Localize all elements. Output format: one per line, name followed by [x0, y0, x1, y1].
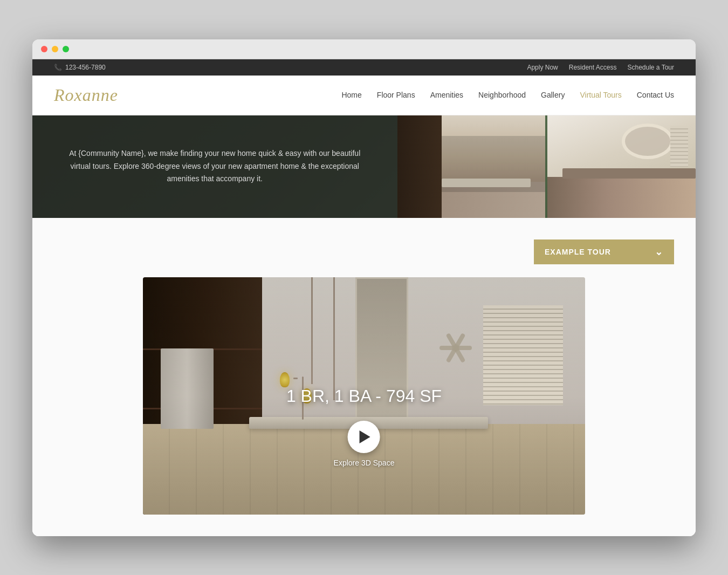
nav-gallery[interactable]: Gallery — [541, 91, 565, 99]
nav-floor-plans[interactable]: Floor Plans — [377, 91, 415, 99]
play-icon — [360, 430, 370, 443]
play-button-container: Explore 3D Space — [334, 421, 395, 467]
tour-selector-row: EXAMPLE TOUR ⌄ — [54, 239, 674, 264]
hero-kitchen-image — [397, 115, 546, 218]
nav-contact-us[interactable]: Contact Us — [637, 91, 674, 99]
nav-amenities[interactable]: Amenities — [430, 91, 463, 99]
tour-dropdown[interactable]: EXAMPLE TOUR ⌄ — [534, 239, 674, 264]
tour-preview: 1 BR, 1 BA - 794 SF Explore 3D Space — [143, 277, 585, 515]
minimize-button[interactable] — [52, 46, 58, 52]
apply-now-link[interactable]: Apply Now — [527, 64, 558, 71]
nav-neighborhood[interactable]: Neighborhood — [478, 91, 526, 99]
top-bar: 📞 123-456-7890 Apply Now Resident Access… — [32, 59, 696, 76]
top-bar-phone: 📞 123-456-7890 — [54, 64, 106, 71]
ceiling-fan — [437, 329, 475, 367]
hero-images — [397, 115, 696, 218]
tour-dropdown-label: EXAMPLE TOUR — [545, 248, 611, 256]
main-header: Roxanne Home Floor Plans Amenities Neigh… — [32, 76, 696, 115]
maximize-button[interactable] — [63, 46, 69, 52]
browser-window: 📞 123-456-7890 Apply Now Resident Access… — [32, 39, 696, 536]
chevron-down-icon: ⌄ — [655, 246, 663, 258]
site-content: 📞 123-456-7890 Apply Now Resident Access… — [32, 59, 696, 536]
resident-access-link[interactable]: Resident Access — [569, 64, 617, 71]
hero-living-image — [547, 115, 696, 218]
browser-chrome — [32, 39, 696, 59]
play-button[interactable] — [348, 421, 380, 453]
nav-home[interactable]: Home — [341, 91, 361, 99]
site-logo[interactable]: Roxanne — [54, 85, 118, 105]
window-blinds — [483, 305, 563, 405]
schedule-tour-link[interactable]: Schedule a Tour — [627, 64, 674, 71]
main-content: EXAMPLE TOUR ⌄ — [32, 218, 696, 536]
nav-virtual-tours[interactable]: Virtual Tours — [580, 91, 621, 99]
phone-icon: 📞 — [54, 64, 62, 71]
top-bar-actions: Apply Now Resident Access Schedule a Tou… — [527, 64, 674, 71]
play-label: Explore 3D Space — [334, 458, 395, 467]
close-button[interactable] — [41, 46, 47, 52]
hero-text-panel: At {Community Name}, we make finding you… — [32, 115, 397, 218]
tour-title: 1 BR, 1 BA - 794 SF — [286, 386, 442, 406]
hero-content-area: At {Community Name}, we make finding you… — [32, 115, 696, 218]
hero-section: At {Community Name}, we make finding you… — [32, 115, 696, 218]
phone-number: 123-456-7890 — [65, 64, 106, 71]
main-nav: Home Floor Plans Amenities Neighborhood … — [341, 91, 674, 99]
hero-description: At {Community Name}, we make finding you… — [59, 147, 370, 186]
